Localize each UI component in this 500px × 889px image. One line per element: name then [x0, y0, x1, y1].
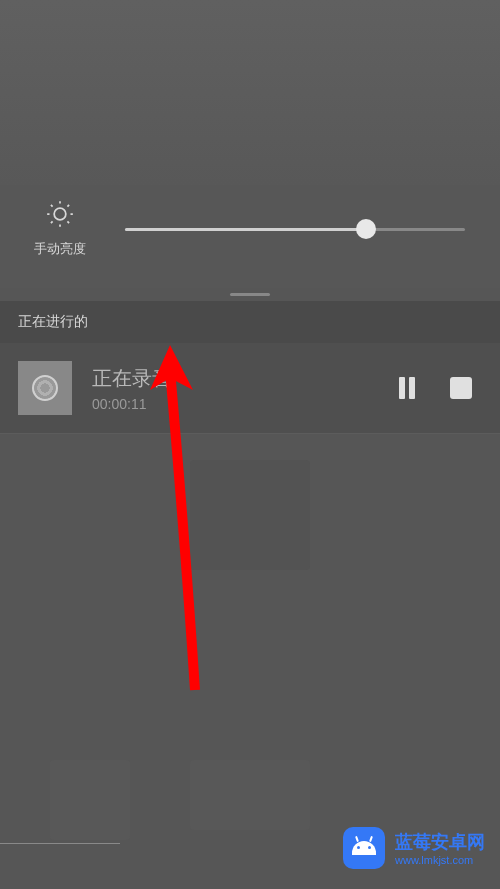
watermark-logo-icon	[343, 827, 385, 869]
notification-title: 正在录音	[92, 365, 399, 392]
recorder-app-icon	[18, 361, 72, 415]
ongoing-section-header: 正在进行的	[0, 301, 500, 343]
slider-thumb[interactable]	[356, 219, 376, 239]
bottom-divider	[0, 843, 120, 844]
watermark: 蓝莓安卓网 www.lmkjst.com	[343, 827, 485, 869]
slider-track	[125, 228, 465, 231]
brightness-toggle[interactable]: 手动亮度	[25, 200, 95, 258]
background-ghost	[190, 460, 310, 570]
notification-content: 正在录音 00:00:11	[92, 365, 399, 412]
watermark-url: www.lmkjst.com	[395, 854, 485, 866]
pause-icon	[399, 377, 405, 399]
recording-notification[interactable]: 正在录音 00:00:11	[0, 343, 500, 434]
top-blank-area	[0, 0, 500, 185]
brightness-control-row: 手动亮度	[0, 185, 500, 288]
notification-controls	[399, 377, 472, 399]
microphone-icon	[32, 375, 58, 401]
watermark-title: 蓝莓安卓网	[395, 830, 485, 854]
background-ghost	[50, 760, 130, 840]
brightness-label: 手动亮度	[34, 240, 86, 258]
pause-button[interactable]	[399, 377, 415, 399]
recording-elapsed-time: 00:00:11	[92, 396, 399, 412]
watermark-text: 蓝莓安卓网 www.lmkjst.com	[395, 830, 485, 866]
pause-icon	[409, 377, 415, 399]
background-ghost	[190, 760, 310, 830]
brightness-slider[interactable]	[125, 219, 465, 239]
slider-fill	[125, 228, 366, 231]
svg-point-0	[54, 208, 66, 220]
drag-handle[interactable]	[230, 293, 270, 296]
stop-button[interactable]	[450, 377, 472, 399]
brightness-icon	[46, 200, 74, 228]
